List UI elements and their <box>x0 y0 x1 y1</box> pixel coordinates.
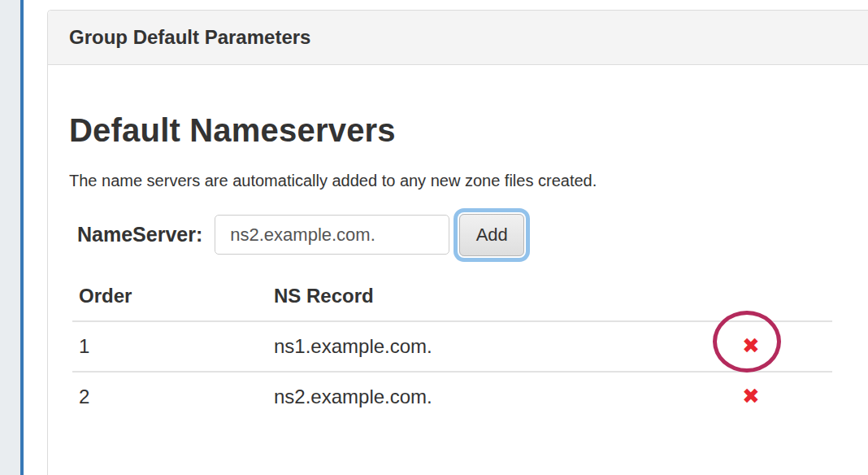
action-cell: ✖ <box>670 372 832 421</box>
panel-body: Default Nameservers The name servers are… <box>48 65 868 421</box>
panel-header: Group Default Parameters <box>48 11 868 65</box>
action-cell: ✖ <box>670 321 832 372</box>
accent-divider-line <box>20 0 24 475</box>
order-cell: 2 <box>72 372 267 421</box>
panel-title: Group Default Parameters <box>69 26 310 49</box>
delete-red-x-icon[interactable]: ✖ <box>742 335 760 356</box>
add-button[interactable]: Add <box>459 214 524 256</box>
ns-record-cell: ns2.example.com. <box>267 372 670 421</box>
table-row: 2 ns2.example.com. ✖ <box>72 372 832 421</box>
nameserver-input[interactable] <box>215 215 449 255</box>
nameservers-table: Order NS Record 1 ns1.example.com. ✖ 2 n… <box>72 280 832 421</box>
group-default-parameters-panel: Group Default Parameters Default Nameser… <box>47 10 868 475</box>
column-header-actions <box>670 280 832 321</box>
table-row: 1 ns1.example.com. ✖ <box>72 321 832 372</box>
delete-red-x-icon[interactable]: ✖ <box>742 386 760 407</box>
nameserver-form: NameServer: Add <box>69 212 847 257</box>
ns-record-cell: ns1.example.com. <box>267 321 670 372</box>
left-gutter <box>0 0 20 475</box>
nameserver-label: NameServer: <box>77 223 202 246</box>
column-header-order: Order <box>72 280 267 321</box>
description-text: The name servers are automatically added… <box>69 171 847 191</box>
column-header-ns-record: NS Record <box>267 280 670 321</box>
page-title: Default Nameservers <box>69 112 847 148</box>
order-cell: 1 <box>72 321 267 372</box>
table-header-row: Order NS Record <box>72 280 832 321</box>
